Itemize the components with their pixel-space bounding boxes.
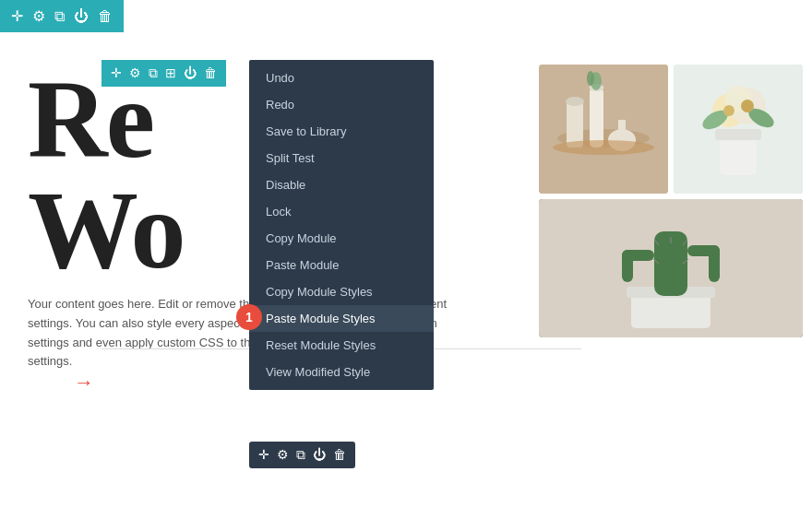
top-add-icon[interactable]: ✛ [11,7,23,25]
menu-item-split-test[interactable]: Split Test [249,145,434,171]
image-vases [539,65,668,194]
menu-item-save-to-library[interactable]: Save to Library [249,118,434,145]
menu-item-copy-module-styles[interactable]: Copy Module Styles [249,278,434,305]
menu-item-lock[interactable]: Lock [249,198,434,225]
top-toolbar: ✛ ⚙ ⧉ ⏻ 🗑 [0,0,124,32]
arrow-indicator: → [74,371,94,395]
menu-item-reset-module-styles[interactable]: Reset Module Styles [249,332,434,359]
bottom-power-icon[interactable]: ⏻ [313,448,326,463]
svg-rect-13 [715,129,761,140]
image-flowers [674,65,803,194]
module-trash-icon[interactable]: 🗑 [204,66,217,81]
bottom-add-icon[interactable]: ✛ [258,447,269,463]
top-duplicate-icon[interactable]: ⧉ [54,8,65,25]
menu-item-disable[interactable]: Disable [249,171,434,198]
top-trash-icon[interactable]: 🗑 [98,8,113,25]
menu-item-paste-module[interactable]: Paste Module [249,252,434,278]
menu-item-undo[interactable]: Undo [249,65,434,91]
bottom-duplicate-icon[interactable]: ⧉ [296,448,305,463]
bottom-toolbar: ✛ ⚙ ⧉ ⏻ 🗑 [249,442,355,468]
svg-rect-4 [590,88,603,148]
menu-item-copy-module[interactable]: Copy Module [249,225,434,252]
context-menu: UndoRedoSave to LibrarySplit TestDisable… [249,60,434,390]
svg-rect-7 [618,120,626,142]
module-gear-icon[interactable]: ⚙ [129,65,141,81]
module-add-icon[interactable]: ✛ [111,65,122,81]
menu-item-redo[interactable]: Redo [249,91,434,118]
image-cactus [539,199,803,337]
menu-item-paste-module-styles[interactable]: Paste Module Styles [249,305,434,332]
top-gear-icon[interactable]: ⚙ [32,7,45,25]
svg-point-20 [741,100,754,112]
module-power-icon[interactable]: ⏻ [184,66,197,81]
svg-rect-27 [622,250,654,261]
bottom-trash-icon[interactable]: 🗑 [333,448,346,463]
top-power-icon[interactable]: ⏻ [74,8,89,25]
module-duplicate-icon[interactable]: ⧉ [149,66,158,81]
svg-rect-2 [567,101,583,148]
module-grid-icon[interactable]: ⊞ [165,65,176,81]
bottom-gear-icon[interactable]: ⚙ [277,447,289,463]
images-grid [539,65,803,337]
svg-point-19 [723,105,734,116]
svg-rect-28 [687,245,720,256]
svg-point-3 [566,97,584,106]
svg-point-9 [587,71,594,86]
svg-point-10 [553,140,654,155]
module-toolbar: ✛ ⚙ ⧉ ⊞ ⏻ 🗑 [102,60,226,87]
menu-item-view-modified-style[interactable]: View Modified Style [249,359,434,385]
notification-badge: 1 [236,304,262,330]
